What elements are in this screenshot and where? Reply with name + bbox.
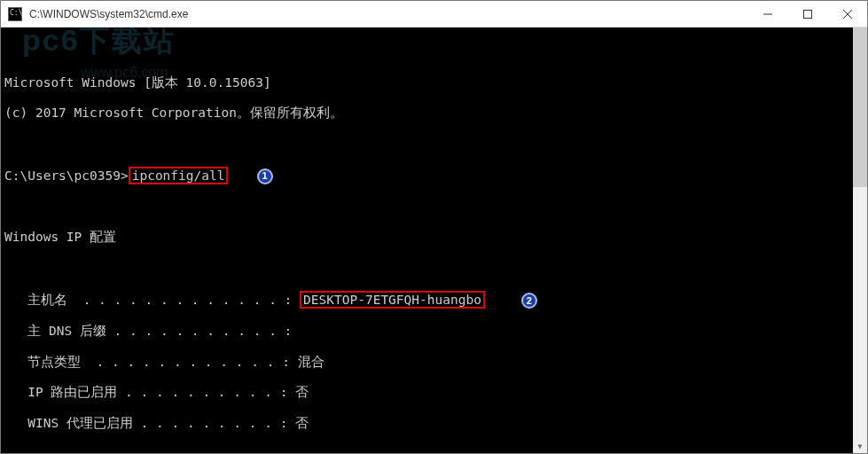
maximize-button[interactable] [787, 1, 827, 27]
scrollbar-thumb[interactable] [853, 27, 867, 187]
ipconfig-section-title: Windows IP 配置 [4, 230, 864, 245]
command-text: ipconfig/all [132, 168, 225, 183]
window-title: C:\WINDOWS\system32\cmd.exe [29, 8, 747, 20]
vertical-scrollbar[interactable]: ▲ ▼ [853, 27, 867, 453]
wins-proxy-line: WINS 代理已启用 . . . . . . . . . : 否 [4, 416, 864, 431]
hostname-value: DESKTOP-7ETGFQH-huangbo [303, 293, 481, 307]
header-line-1: Microsoft Windows [版本 10.0.15063] [4, 75, 864, 90]
titlebar[interactable]: C:\WINDOWS\system32\cmd.exe [1, 1, 867, 27]
hostname-highlight: DESKTOP-7ETGFQH-huangbo [300, 291, 485, 309]
command-highlight: ipconfig/all [129, 167, 229, 184]
cmd-icon [8, 7, 22, 21]
dns-suffix-line: 主 DNS 后缀 . . . . . . . . . . . : [4, 324, 864, 339]
svg-rect-1 [803, 10, 811, 18]
node-type-line: 节点类型 . . . . . . . . . . . . : 混合 [4, 355, 864, 370]
ip-routing-line: IP 路由已启用 . . . . . . . . . . : 否 [4, 385, 864, 400]
badge-2: 2 [521, 293, 537, 309]
header-line-2: (c) 2017 Microsoft Corporation。保留所有权利。 [4, 106, 864, 121]
close-button[interactable] [827, 1, 867, 27]
terminal-output[interactable]: pc6下载站 www.pc6.com Microsoft Windows [版本… [1, 27, 867, 453]
minimize-button[interactable] [747, 1, 787, 27]
prompt-line: C:\Users\pc0359>ipconfig/all 1 [4, 167, 864, 184]
prompt-path: C:\Users\pc0359> [4, 168, 129, 183]
scroll-down-arrow[interactable]: ▼ [853, 439, 867, 453]
badge-1: 1 [257, 168, 273, 184]
cmd-window: C:\WINDOWS\system32\cmd.exe pc6下载站 www.p… [0, 0, 868, 454]
hostname-line: 主机名 . . . . . . . . . . . . . : DESKTOP-… [4, 291, 864, 309]
watermark-text: pc6下载站 [22, 33, 176, 48]
